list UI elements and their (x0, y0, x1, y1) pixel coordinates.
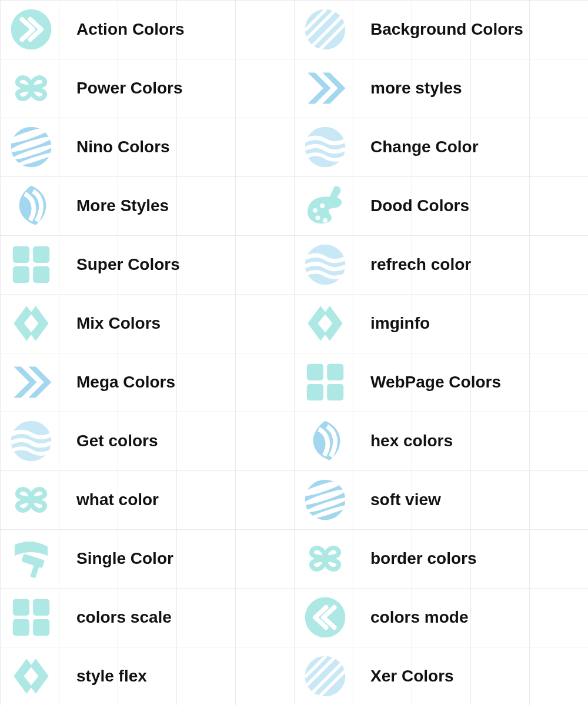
extension-item[interactable]: refrech color (294, 235, 588, 294)
diamond-brackets-icon (8, 300, 54, 346)
four-squares-icon (302, 359, 348, 405)
extension-label: Power Colors (76, 79, 182, 98)
column-right: Background Colorsmore stylesChange Color… (294, 0, 588, 705)
svg-point-26 (316, 215, 320, 220)
extension-label: hex colors (370, 432, 453, 450)
extension-label: Action Colors (76, 20, 185, 39)
wave-ball-icon (302, 242, 348, 288)
svg-rect-13 (21, 553, 45, 568)
clover-icon (8, 65, 54, 111)
extension-item[interactable]: Action Colors (0, 0, 294, 59)
extension-label: what color (76, 490, 159, 509)
diamond-brackets-icon (8, 653, 54, 699)
wave-leaf-icon (8, 183, 54, 229)
svg-rect-17 (13, 619, 29, 636)
extension-item[interactable]: Xer Colors (294, 647, 588, 705)
swirl-ball-icon (302, 477, 348, 523)
extension-item[interactable]: Nino Colors (0, 118, 294, 176)
extension-label: Change Color (370, 138, 479, 156)
svg-rect-9 (33, 246, 49, 263)
svg-rect-18 (33, 619, 49, 636)
svg-point-25 (313, 208, 318, 213)
circle-arrows-left-icon (302, 594, 348, 640)
extension-label: colors mode (370, 608, 468, 627)
four-squares-icon (8, 242, 54, 288)
svg-rect-31 (307, 364, 323, 380)
extension-item[interactable]: more styles (294, 59, 588, 118)
extension-label: Get colors (76, 432, 158, 450)
extension-label: colors scale (76, 608, 172, 627)
extension-item[interactable]: Single Color (0, 529, 294, 588)
extension-item[interactable]: Dood Colors (294, 176, 588, 235)
palette-icon (302, 183, 348, 229)
svg-rect-10 (13, 266, 29, 283)
extension-label: Mega Colors (76, 373, 175, 392)
wave-ball-icon (302, 124, 348, 170)
extension-label: Super Colors (76, 255, 180, 274)
extension-item[interactable]: what color (0, 470, 294, 529)
swirl-ball-icon (8, 124, 54, 170)
extension-item[interactable]: Super Colors (0, 235, 294, 294)
extension-item[interactable]: More Styles (0, 176, 294, 235)
four-squares-icon (8, 594, 54, 640)
svg-rect-14 (30, 563, 39, 578)
svg-rect-16 (33, 599, 49, 616)
extension-label: WebPage Colors (370, 373, 501, 392)
extension-item[interactable]: Mega Colors (0, 353, 294, 412)
extension-label: border colors (370, 549, 476, 568)
svg-rect-11 (33, 266, 49, 283)
extension-item[interactable]: border colors (294, 529, 588, 588)
extension-item[interactable]: colors mode (294, 588, 588, 647)
extension-label: imginfo (370, 314, 430, 333)
extension-item[interactable]: style flex (0, 647, 294, 705)
extension-label: refrech color (370, 255, 471, 274)
extension-item[interactable]: Background Colors (294, 0, 588, 59)
clover-icon (302, 536, 348, 582)
extension-label: Single Color (76, 549, 173, 568)
svg-rect-34 (327, 384, 343, 400)
double-chevron-right-icon (8, 359, 54, 405)
extension-item[interactable]: hex colors (294, 412, 588, 470)
extension-item[interactable]: Power Colors (0, 59, 294, 118)
extension-label: Background Colors (370, 20, 523, 39)
extension-label: more styles (370, 79, 462, 98)
clover-icon (8, 477, 54, 523)
extension-grid: Action Colors Power ColorsNino ColorsMor… (0, 0, 588, 705)
svg-point-27 (323, 218, 328, 223)
extension-item[interactable]: Get colors (0, 412, 294, 470)
column-left: Action Colors Power ColorsNino ColorsMor… (0, 0, 294, 705)
hatched-circle-icon (302, 6, 348, 52)
wave-leaf-icon (302, 418, 348, 464)
extension-item[interactable]: colors scale (0, 588, 294, 647)
extension-label: More Styles (76, 196, 169, 215)
extension-item[interactable]: imginfo (294, 294, 588, 353)
wave-ball-icon (8, 418, 54, 464)
hatched-circle-icon (302, 653, 348, 699)
double-chevron-right-icon (302, 65, 348, 111)
extension-label: Dood Colors (370, 196, 469, 215)
extension-label: Nino Colors (76, 138, 170, 156)
extension-item[interactable]: WebPage Colors (294, 353, 588, 412)
extension-label: style flex (76, 667, 147, 686)
diamond-brackets-icon (302, 300, 348, 346)
extension-item[interactable]: Change Color (294, 118, 588, 176)
svg-rect-8 (13, 246, 29, 263)
paint-roller-icon (8, 536, 54, 582)
extension-label: Mix Colors (76, 314, 161, 333)
svg-rect-32 (327, 364, 343, 380)
svg-point-28 (320, 203, 325, 208)
svg-rect-33 (307, 384, 323, 400)
circle-arrows-right-icon (8, 6, 54, 52)
extension-item[interactable]: soft view (294, 470, 588, 529)
svg-rect-15 (13, 599, 29, 616)
extension-item[interactable]: Mix Colors (0, 294, 294, 353)
extension-label: soft view (370, 490, 441, 509)
extension-label: Xer Colors (370, 667, 454, 686)
